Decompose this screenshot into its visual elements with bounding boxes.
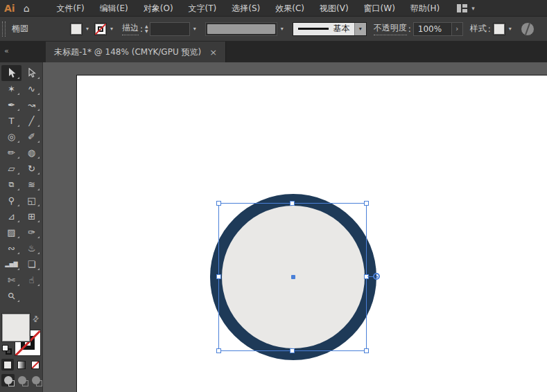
type-tool[interactable]: T [1, 113, 21, 129]
default-fill-stroke-icon[interactable] [2, 345, 12, 355]
artboard-tool[interactable]: ❏ [21, 256, 42, 272]
stroke-weight-stepper[interactable]: ▲▼ [145, 24, 148, 33]
line-segment-tool[interactable]: ╱ [21, 113, 42, 129]
menu-file[interactable]: 文件(F) [49, 0, 92, 17]
menu-effect[interactable]: 效果(C) [268, 0, 312, 17]
selection-handle-bottom-left[interactable] [216, 348, 221, 353]
document-tab[interactable]: 未标题-1* @ 148% (CMYK/GPU 预览) × [46, 42, 226, 62]
gradient-icon: ▨ [7, 228, 15, 237]
selection-handle-left[interactable] [216, 274, 221, 279]
blend-tool[interactable]: ∾ [1, 240, 21, 256]
live-shape-widget[interactable] [373, 273, 380, 280]
draw-behind-button[interactable] [15, 374, 28, 386]
shaper-tool[interactable]: ◍ [21, 145, 42, 161]
stroke-weight-label[interactable]: 描边 [122, 22, 139, 35]
stroke-color-swatch[interactable] [94, 23, 107, 35]
lasso-tool[interactable]: ∿ [21, 81, 42, 97]
menu-object[interactable]: 对象(O) [136, 0, 181, 17]
fill-color-swatch[interactable] [70, 23, 83, 35]
shape-builder-tool[interactable]: ◱ [21, 193, 42, 208]
color-type-buttons [0, 359, 43, 371]
opacity-label[interactable]: 不透明度 [374, 22, 407, 35]
control-bar-extra-icon[interactable] [521, 22, 535, 36]
hand-tool[interactable]: ☝ [21, 272, 42, 288]
magic-wand-tool[interactable]: ✶ [1, 81, 21, 97]
gradient-button[interactable] [15, 359, 28, 371]
workspace-switcher-icon[interactable] [457, 4, 467, 12]
eraser-icon: ▱ [8, 164, 15, 173]
opacity-input[interactable]: 100% [413, 22, 452, 36]
stroke-style-chevron-icon[interactable]: ▾ [354, 23, 366, 35]
ellipse-icon: ◎ [8, 132, 15, 141]
opacity-more-button[interactable]: › [452, 22, 463, 36]
curvature-tool[interactable]: ↝ [21, 97, 42, 113]
menu-type[interactable]: 文字(T) [181, 0, 225, 17]
pen-tool[interactable]: ✒ [1, 97, 21, 113]
canvas-area [43, 62, 547, 392]
artboard-icon: ❏ [28, 260, 36, 269]
brush-definition-dropdown[interactable] [205, 22, 277, 36]
eraser-tool[interactable]: ▱ [1, 161, 21, 177]
eyedropper-icon: ✑ [28, 228, 35, 237]
pencil-tool[interactable]: ✏ [1, 145, 21, 161]
menu-help[interactable]: 帮助(H) [403, 0, 447, 17]
stroke-style-dropdown[interactable]: 基本 ▾ [293, 22, 367, 36]
symbol-sprayer-tool[interactable]: ♨ [21, 240, 42, 256]
selection-handle-top[interactable] [290, 201, 295, 206]
rotate-icon: ↻ [28, 164, 35, 173]
paintbrush-tool[interactable]: ✐ [21, 129, 42, 145]
fill-indicator[interactable] [2, 314, 30, 341]
selection-handle-top-left[interactable] [216, 201, 221, 206]
draw-normal-button[interactable] [1, 374, 15, 386]
zoom-tool[interactable]: ⚲ [1, 288, 21, 304]
selection-handle-bottom[interactable] [290, 348, 295, 353]
column-graph-tool[interactable]: ▂▅▇ [1, 256, 21, 272]
stroke-weight-input[interactable] [150, 22, 190, 36]
fill-dropdown-chevron-icon[interactable]: ▾ [84, 24, 91, 33]
scale-tool[interactable]: ⧉ [1, 177, 21, 193]
collapse-panel-icon[interactable]: « [4, 46, 9, 55]
swap-fill-stroke-icon[interactable]: ⇄ [31, 314, 42, 325]
stepper-down-icon[interactable]: ▼ [145, 29, 148, 33]
empty-tool-slot [21, 288, 42, 304]
menu-select[interactable]: 选择(S) [224, 0, 268, 17]
selection-tool[interactable] [1, 65, 21, 81]
perspective-grid-tool[interactable]: ⊿ [1, 208, 21, 224]
draw-behind-icon [18, 376, 26, 384]
menu-window[interactable]: 窗口(W) [356, 0, 403, 17]
color-button[interactable] [1, 359, 14, 371]
width-tool[interactable]: ≋ [21, 177, 42, 193]
blend-icon: ∾ [8, 244, 15, 253]
selection-arrow-icon [7, 68, 16, 78]
workspace-chevron-icon[interactable]: ▾ [471, 5, 475, 12]
ellipse-tool[interactable]: ◎ [1, 129, 21, 145]
stroke-weight-chevron-icon[interactable]: ▾ [191, 24, 198, 33]
tools-panel: ✶ ∿ ✒ ↝ T ╱ ◎ ✐ ✏ ◍ ▱ ↻ ⧉ ≋ ⚲ ◱ ⊿ ⊞ ▨ ✑ … [0, 62, 43, 392]
selection-handle-top-right[interactable] [364, 201, 369, 206]
rotate-tool[interactable]: ↻ [21, 161, 42, 177]
style-swatch[interactable] [493, 23, 505, 35]
menu-view[interactable]: 视图(V) [312, 0, 356, 17]
shaper-icon: ◍ [28, 148, 35, 157]
line-segment-icon: ╱ [29, 116, 35, 125]
gradient-tool[interactable]: ▨ [1, 224, 21, 240]
eyedropper-tool[interactable]: ✑ [21, 224, 42, 240]
panel-grip-handle[interactable] [2, 21, 6, 37]
mesh-tool[interactable]: ⊞ [21, 208, 42, 224]
puppet-warp-tool[interactable]: ⚲ [1, 193, 21, 208]
menu-edit[interactable]: 编辑(E) [92, 0, 136, 17]
illustrator-logo[interactable]: Ai [0, 3, 21, 14]
direct-selection-tool[interactable] [21, 65, 42, 81]
brush-chevron-icon[interactable]: ▾ [279, 24, 286, 33]
draw-inside-button[interactable] [29, 374, 42, 386]
draw-inside-icon [32, 376, 40, 384]
shape-center-point[interactable] [291, 275, 295, 279]
selection-handle-bottom-right[interactable] [364, 348, 369, 353]
tab-close-icon[interactable]: × [209, 47, 217, 57]
slice-tool[interactable]: ✄ [1, 272, 21, 288]
home-icon[interactable]: ⌂ [21, 3, 37, 14]
style-chevron-icon[interactable]: ▾ [507, 24, 514, 33]
none-button[interactable] [29, 359, 42, 371]
stroke-dropdown-chevron-icon[interactable]: ▾ [108, 24, 115, 33]
style-label: 样式 [470, 23, 487, 35]
